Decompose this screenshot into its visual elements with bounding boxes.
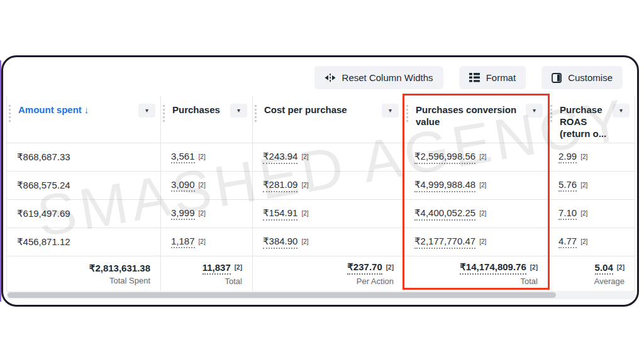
cell-conversion-value: ₹2,596,998.56[2] <box>404 143 548 172</box>
cell-cost-per-purchase: ₹154.91[2] <box>253 200 404 228</box>
total-value[interactable]: ₹14,174,809.76 <box>460 261 526 275</box>
footnote-ref[interactable]: [2] <box>580 153 587 160</box>
column-menu-caret-icon[interactable]: ▾ <box>230 104 247 118</box>
footnote-ref[interactable]: [2] <box>199 210 206 217</box>
column-header-amount-spent[interactable]: Amount spent↓ ▾ <box>6 96 161 143</box>
footnote-ref[interactable]: [2] <box>235 264 242 271</box>
cell-cost-per-purchase: ₹243.94[2] <box>253 143 404 172</box>
column-header-purchases-conversion-value[interactable]: Purchases conversion value ▾ <box>404 96 548 143</box>
reset-column-widths-button[interactable]: Reset Column Widths <box>314 66 443 89</box>
total-purchases: 11,837[2] Total <box>161 256 253 292</box>
cost-per-purchase-value[interactable]: ₹384.90 <box>263 236 297 249</box>
column-drag-handle[interactable] <box>255 105 257 122</box>
footnote-ref[interactable]: [2] <box>479 238 486 245</box>
purchases-value[interactable]: 3,090 <box>171 179 195 192</box>
total-label: Total <box>225 277 242 286</box>
footnote-ref[interactable]: [2] <box>301 153 308 160</box>
sort-desc-icon: ↓ <box>84 104 89 115</box>
total-label: Per Action <box>357 277 394 286</box>
total-value[interactable]: ₹237.70 <box>347 261 382 275</box>
cell-amount-spent: ₹456,871.12 <box>6 228 161 256</box>
total-value[interactable]: 5.04 <box>595 262 613 275</box>
total-value: ₹2,813,631.38 <box>89 263 150 274</box>
format-label: Format <box>486 72 516 83</box>
column-header-label: Purchases <box>172 104 220 115</box>
horizontal-scrollbar[interactable] <box>6 291 635 299</box>
conversion-value[interactable]: ₹4,400,052.25 <box>414 207 475 221</box>
cell-amount-spent: ₹868,687.33 <box>6 143 161 172</box>
cell-cost-per-purchase: ₹281.09[2] <box>253 172 404 200</box>
cell-roas: 5.76[2] <box>548 172 635 200</box>
total-amount-spent: ₹2,813,631.38 Total Spent <box>6 256 161 292</box>
cell-purchases: 3,999[2] <box>161 200 253 228</box>
cell-purchases: 3,090[2] <box>161 172 253 200</box>
cell-amount-spent: ₹868,575.24 <box>6 172 161 200</box>
amount-spent-value: ₹619,497.69 <box>17 208 70 219</box>
column-drag-handle[interactable] <box>9 105 11 122</box>
column-menu-caret-icon[interactable]: ▾ <box>613 104 630 118</box>
amount-spent-value: ₹456,871.12 <box>17 236 70 248</box>
cell-conversion-value: ₹2,177,770.47[2] <box>404 228 548 256</box>
total-roas: 5.04[2] Average <box>548 256 635 292</box>
roas-value[interactable]: 4.77 <box>558 236 577 248</box>
footnote-ref[interactable]: [2] <box>386 264 394 271</box>
footnote-ref[interactable]: [2] <box>301 182 308 189</box>
cell-amount-spent: ₹619,497.69 <box>6 200 161 228</box>
footnote-ref[interactable]: [2] <box>479 153 486 160</box>
column-header-purchase-roas[interactable]: Purchase ROAS (return o... ▾ <box>548 96 635 143</box>
column-header-label: Purchases conversion value <box>416 104 516 127</box>
column-header-label: Purchase ROAS (return o... <box>560 104 606 139</box>
customise-icon <box>552 73 562 83</box>
total-label: Total Spent <box>109 276 150 285</box>
horizontal-scrollbar-thumb[interactable] <box>8 292 556 298</box>
amount-spent-value: ₹868,687.33 <box>17 151 70 163</box>
total-label: Average <box>594 277 625 286</box>
roas-value[interactable]: 2.99 <box>558 151 577 163</box>
column-menu-caret-icon[interactable]: ▾ <box>382 104 399 118</box>
footnote-ref[interactable]: [2] <box>479 210 486 217</box>
cell-roas: 2.99[2] <box>548 143 635 172</box>
roas-value[interactable]: 7.10 <box>558 207 577 220</box>
cell-purchases: 3,561[2] <box>161 143 253 172</box>
footnote-ref[interactable]: [2] <box>479 182 486 189</box>
column-drag-handle[interactable] <box>163 105 165 122</box>
cost-per-purchase-value[interactable]: ₹281.09 <box>263 179 297 192</box>
footnote-ref[interactable]: [2] <box>580 182 587 189</box>
column-drag-handle[interactable] <box>406 105 408 122</box>
column-header-purchases[interactable]: Purchases ▾ <box>161 96 253 143</box>
footnote-ref[interactable]: [2] <box>199 182 206 189</box>
footnote-ref[interactable]: [2] <box>199 238 206 245</box>
conversion-value[interactable]: ₹2,177,770.47 <box>414 236 475 249</box>
cost-per-purchase-value[interactable]: ₹154.91 <box>263 207 297 221</box>
footnote-ref[interactable]: [2] <box>580 238 587 245</box>
footnote-ref[interactable]: [2] <box>301 238 308 245</box>
card-left-accent <box>0 60 1 302</box>
cell-roas: 4.77[2] <box>548 228 635 256</box>
total-label: Total <box>521 277 538 286</box>
roas-value[interactable]: 5.76 <box>558 179 577 192</box>
format-button[interactable]: Format <box>459 66 526 89</box>
amount-spent-value: ₹868,575.24 <box>17 180 70 191</box>
column-header-cost-per-purchase[interactable]: Cost per purchase ▾ <box>253 96 404 143</box>
conversion-value[interactable]: ₹2,596,998.56 <box>414 151 475 164</box>
purchases-value[interactable]: 3,999 <box>171 207 195 220</box>
footnote-ref[interactable]: [2] <box>530 264 538 271</box>
purchases-value[interactable]: 1,187 <box>171 236 195 248</box>
total-value[interactable]: 11,837 <box>203 262 231 275</box>
footnote-ref[interactable]: [2] <box>617 264 625 271</box>
footnote-ref[interactable]: [2] <box>580 210 587 217</box>
format-icon <box>469 73 480 82</box>
conversion-value[interactable]: ₹4,999,988.48 <box>414 179 475 192</box>
column-header-label: Amount spent <box>18 104 82 115</box>
column-drag-handle[interactable] <box>550 105 552 122</box>
footnote-ref[interactable]: [2] <box>301 210 308 217</box>
column-menu-caret-icon[interactable]: ▾ <box>526 104 543 118</box>
purchases-value[interactable]: 3,561 <box>171 151 195 163</box>
total-conversion-value: ₹14,174,809.76[2] Total <box>404 256 548 292</box>
customise-button[interactable]: Customise <box>541 66 623 89</box>
column-menu-caret-icon[interactable]: ▾ <box>138 104 155 118</box>
cost-per-purchase-value[interactable]: ₹243.94 <box>263 151 297 164</box>
footnote-ref[interactable]: [2] <box>199 153 206 160</box>
reset-column-widths-icon <box>325 73 336 83</box>
total-cost-per-purchase: ₹237.70[2] Per Action <box>253 256 404 292</box>
